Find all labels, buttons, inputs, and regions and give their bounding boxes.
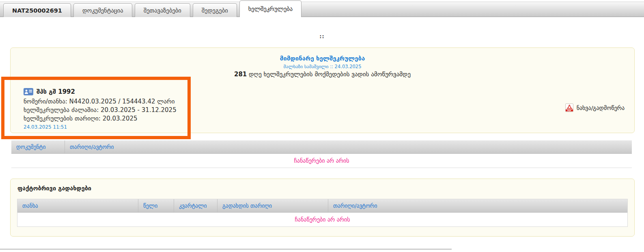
download-label: ნახვა/გადმოწერა xyxy=(577,105,625,111)
svg-text:PDF: PDF xyxy=(567,110,571,112)
column-header-date-author: თარიღი/ავტორი xyxy=(328,199,627,212)
contract-number-amount: ნომერი/თანხა: N4420.03.2025 / 154443.42 … xyxy=(24,97,177,106)
tab-offers[interactable]: შეთავაზებები xyxy=(135,3,190,17)
contract-date: ხელშეკრულების თარიღი: 20.03.2025 xyxy=(24,114,177,123)
days-number: 281 xyxy=(234,71,247,78)
documents-empty-row: ჩანაწერები არ არის xyxy=(11,154,632,168)
tab-contract[interactable]: ხელშეკრულება xyxy=(239,0,302,17)
payments-heading: ფაქტობრივი გადახდები xyxy=(17,185,91,192)
payments-panel: ფაქტობრივი გადახდები თანხა წელი კვარტალი… xyxy=(10,179,635,237)
supplier-name-row: შპს გშ 1992 xyxy=(24,88,177,95)
column-header-year: წელი xyxy=(138,199,174,212)
payments-table: თანხა წელი კვარტალი გადახდის თარიღი თარი… xyxy=(17,199,628,227)
column-header-amount: თანხა xyxy=(17,199,138,212)
column-header-payment-date: გადახდის თარიღი xyxy=(218,199,328,212)
tab-documentation[interactable]: დოკუმენტაცია xyxy=(73,3,132,17)
supplier-block: შპს გშ 1992 ნომერი/თანხა: N4420.03.2025 … xyxy=(24,88,177,130)
tab-bar: NAT250002691 დოკუმენტაცია შეთავაზებები შ… xyxy=(0,2,644,17)
column-header-date-author: თარიღი/ავტორი xyxy=(65,140,632,153)
contract-upload-timestamp[interactable]: 24.03.2025 11:51 xyxy=(24,124,177,130)
payments-empty-row: ჩანაწერები არ არის xyxy=(17,213,627,226)
tab-results[interactable]: შედეგები xyxy=(193,3,237,17)
contract-title: მიმდინარე ხელშეკრულება xyxy=(11,55,634,62)
contract-documents-table: დოკუმენტი თარიღი/ავტორი ჩანაწერები არ არ… xyxy=(11,140,632,168)
days-suffix: დღე ხელშეკრულების მოქმედების ვადის ამოწუ… xyxy=(247,71,411,78)
collapse-handle[interactable]: :: xyxy=(0,33,644,39)
supplier-name: შპს გშ 1992 xyxy=(37,88,75,95)
contract-panel-header: მიმდინარე ხელშეკრულება მალხაზი სამაშვილი… xyxy=(11,48,634,78)
contract-author-line: მალხაზი სამაშვილი :: 24.03.2025 xyxy=(11,64,634,69)
payments-table-header: თანხა წელი კვარტალი გადახდის თარიღი თარი… xyxy=(17,199,627,213)
column-header-quarter: კვარტალი xyxy=(174,199,218,212)
id-card-icon xyxy=(24,88,33,95)
contract-validity-period: ხელშეკრულება ძალაშია: 20.03.2025 - 31.12… xyxy=(24,106,177,114)
pdf-icon: PDF xyxy=(565,103,573,112)
documents-table-header: დოკუმენტი თარიღი/ავტორი xyxy=(11,140,632,154)
tab-strip: NAT250002691 დოკუმენტაცია შეთავაზებები შ… xyxy=(3,0,302,17)
bottom-divider xyxy=(0,249,452,250)
contract-download-link[interactable]: PDF ნახვა/გადმოწერა xyxy=(565,103,625,112)
tab-procurement-id[interactable]: NAT250002691 xyxy=(3,3,71,17)
column-header-document: დოკუმენტი xyxy=(11,140,65,153)
contract-days-remaining: 281 დღე ხელშეკრულების მოქმედების ვადის ა… xyxy=(11,71,634,78)
contract-panel: მიმდინარე ხელშეკრულება მალხაზი სამაშვილი… xyxy=(10,47,635,133)
